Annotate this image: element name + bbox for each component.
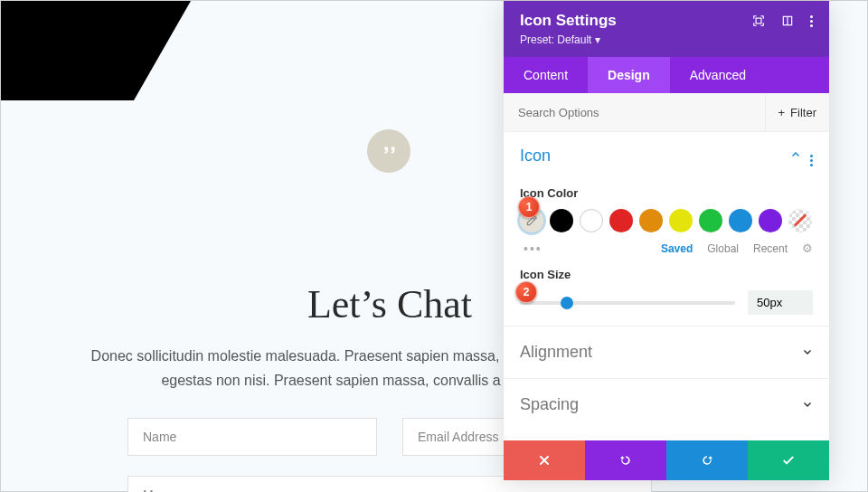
color-swatch[interactable]: [580, 209, 603, 232]
snap-icon[interactable]: [781, 14, 794, 27]
filter-label: Filter: [790, 106, 816, 119]
more-colors-icon[interactable]: •••: [524, 241, 542, 256]
color-tabs: Saved Global Recent ⚙: [661, 241, 813, 255]
tab-content[interactable]: Content: [504, 57, 588, 93]
color-swatch[interactable]: [639, 209, 663, 232]
tab-design[interactable]: Design: [588, 57, 670, 93]
section-spacing-name: Spacing: [520, 395, 579, 414]
search-input[interactable]: [504, 95, 765, 130]
section-icon-name: Icon: [520, 147, 551, 166]
icon-size-slider[interactable]: [520, 301, 735, 305]
chevron-up-icon[interactable]: [790, 148, 801, 163]
tab-advanced[interactable]: Advanced: [670, 57, 766, 93]
color-tab-saved[interactable]: Saved: [661, 242, 693, 255]
preset-value: Default: [557, 33, 591, 46]
color-swatch[interactable]: [759, 209, 782, 232]
section-icon-header[interactable]: Icon: [504, 132, 829, 175]
color-swatch[interactable]: [669, 209, 693, 232]
icon-settings-panel: Icon Settings Preset: Default ▾ Content …: [504, 1, 829, 480]
search-row: + Filter: [504, 93, 829, 132]
transparent-swatch[interactable]: [788, 209, 812, 232]
section-alignment-header[interactable]: Alignment: [504, 326, 829, 378]
slider-thumb[interactable]: [561, 297, 573, 309]
expand-icon[interactable]: [752, 14, 765, 27]
annotation-marker-2: 2: [515, 281, 537, 303]
quote-icon[interactable]: [367, 129, 410, 173]
save-button[interactable]: [748, 440, 829, 480]
panel-header[interactable]: Icon Settings Preset: Default ▾: [504, 1, 829, 57]
chevron-down-icon: [802, 345, 813, 360]
annotation-marker-1: 1: [518, 196, 540, 218]
section-menu-icon[interactable]: [810, 145, 813, 166]
panel-footer: [504, 440, 829, 480]
color-settings-icon[interactable]: ⚙: [802, 241, 813, 255]
section-alignment-name: Alignment: [520, 343, 592, 362]
filter-button[interactable]: + Filter: [765, 93, 829, 131]
preset-caret-icon: ▾: [595, 33, 600, 46]
panel-tabs: Content Design Advanced: [504, 57, 829, 93]
panel-body: Icon Icon Color ••• Saved Global Recent …: [504, 132, 829, 440]
icon-size-slider-row: 50px: [520, 290, 813, 315]
plus-icon: +: [778, 106, 786, 119]
color-swatches: [520, 209, 813, 232]
color-swatch[interactable]: [609, 209, 633, 232]
icon-color-label: Icon Color: [520, 186, 813, 200]
icon-size-label: Icon Size: [520, 268, 813, 281]
panel-title: Icon Settings: [520, 12, 617, 30]
icon-size-value[interactable]: 50px: [748, 290, 813, 315]
panel-menu-icon[interactable]: [810, 15, 813, 27]
svg-rect-0: [756, 18, 761, 24]
preset-label: Preset:: [520, 33, 554, 46]
color-swatch[interactable]: [699, 209, 722, 232]
cancel-button[interactable]: [504, 440, 585, 480]
hero-shape: [1, 1, 191, 100]
section-spacing-header[interactable]: Spacing: [504, 378, 829, 430]
color-swatch[interactable]: [550, 209, 573, 232]
section-icon-body: Icon Color ••• Saved Global Recent ⚙ Ico…: [504, 175, 829, 326]
redo-button[interactable]: [666, 440, 748, 480]
preset-selector[interactable]: Preset: Default ▾: [520, 33, 813, 46]
name-input[interactable]: [127, 418, 377, 456]
undo-button[interactable]: [585, 440, 666, 480]
chevron-down-icon: [802, 398, 813, 412]
color-swatch[interactable]: [729, 209, 752, 232]
color-tab-recent[interactable]: Recent: [753, 242, 788, 255]
color-tab-global[interactable]: Global: [707, 242, 739, 255]
